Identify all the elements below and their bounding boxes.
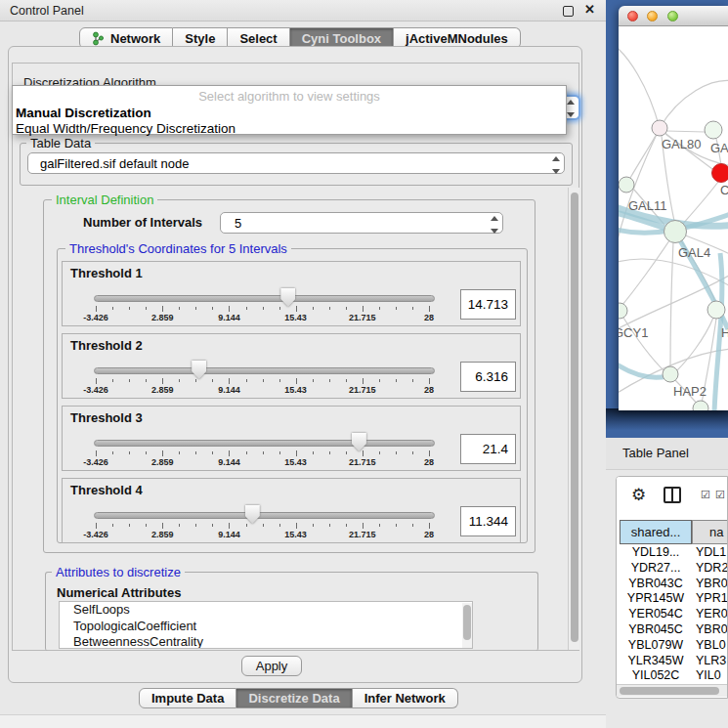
tick-mark [263, 307, 264, 310]
settings-scrollbar[interactable] [568, 188, 579, 650]
attribute-item[interactable]: SelfLoops [60, 602, 472, 619]
column-header[interactable]: shared... [620, 520, 692, 544]
number-of-intervals-combobox[interactable]: 5 [220, 212, 503, 234]
tick-mark [129, 379, 130, 382]
tick-mark [279, 524, 280, 527]
column-header[interactable]: na [692, 520, 728, 544]
tick-mark [346, 379, 347, 382]
table-rows: YDL19...YDL1YDR27...YDR2YBR043CYBR0YPR14… [617, 545, 728, 684]
cell-shared-name: YDR27... [620, 561, 692, 575]
tick-mark [112, 379, 113, 382]
threshold-value-field[interactable]: 11.344 [460, 506, 516, 536]
gear-icon[interactable]: ⚙ [631, 485, 646, 505]
right-side: GAL80GACGAL11GAL4GCY1HHAP2 Table Panel ⚙… [606, 0, 728, 728]
network-node[interactable] [707, 301, 725, 319]
checkbox-icon[interactable]: ☑ [715, 489, 725, 501]
close-traffic-light-icon[interactable] [627, 11, 638, 21]
attribute-item[interactable]: TopologicalCoefficient [60, 619, 472, 635]
tick-mark [146, 451, 147, 454]
network-node[interactable] [664, 221, 687, 243]
table-row[interactable]: YDR27...YDR2 [617, 561, 728, 577]
tick-mark [346, 524, 347, 527]
control-panel-titlebar: Control Panel ✕ [0, 0, 606, 21]
tick-mark [263, 451, 264, 454]
cell-shared-name: YBR043C [620, 577, 692, 590]
network-node[interactable] [712, 164, 728, 183]
attribute-item[interactable]: BetweennessCentrality [60, 634, 472, 649]
float-window-icon[interactable] [563, 6, 574, 17]
algorithm-option[interactable]: Manual Discretization [16, 106, 151, 120]
tick-label: 15.43 [267, 457, 325, 467]
checkbox-icon[interactable]: ☑ [701, 489, 710, 501]
node-label: GA [710, 141, 728, 155]
tick-label: 21.715 [333, 313, 392, 322]
table-header-row: shared...na [617, 520, 728, 544]
network-node[interactable] [705, 121, 722, 139]
table-row[interactable]: YPR145WYPR1 [617, 591, 728, 607]
numerical-attributes-list[interactable]: SelfLoopsTopologicalCoefficientBetweenne… [59, 601, 473, 649]
table-row[interactable]: YDL19...YDL1 [617, 545, 728, 561]
tick-mark [162, 450, 163, 456]
cell-shared-name: YBL079W [620, 638, 692, 652]
threshold-slider-track[interactable] [94, 440, 435, 447]
network-node[interactable] [619, 177, 634, 193]
dropdown-prompt: Select algorithm to view settings [13, 89, 566, 104]
network-node[interactable] [652, 120, 667, 136]
threshold-panel: Threshold 2-3.4262.8599.14415.4321.71528… [62, 333, 521, 399]
network-node[interactable] [619, 303, 627, 319]
threshold-slider-track[interactable] [94, 295, 435, 302]
table-data-combobox[interactable]: galFiltered.sif default node [27, 152, 565, 174]
window-shadow [606, 408, 728, 438]
number-of-intervals-value: 5 [235, 216, 241, 231]
network-window-titlebar[interactable] [619, 6, 728, 26]
split-columns-icon[interactable] [664, 487, 681, 503]
bottom-tab-infer-network[interactable]: Infer Network [353, 688, 458, 708]
cell-name: YBL0 [696, 638, 728, 652]
slider-thumb[interactable] [352, 433, 366, 451]
table-row[interactable]: YIL052CYIL0 [617, 668, 728, 684]
cell-name: YDR2 [696, 561, 728, 575]
threshold-value-field[interactable]: 14.713 [460, 289, 516, 320]
table-toolbar: ⚙ ☑ ☑ [617, 477, 728, 518]
table-horizontal-scrollbar[interactable] [617, 684, 728, 697]
close-icon[interactable]: ✕ [584, 2, 595, 17]
numerical-attributes-heading: Numerical Attributes [57, 585, 181, 600]
tick-label: 15.43 [267, 313, 325, 322]
slider-thumb[interactable] [280, 288, 295, 307]
minimize-traffic-light-icon[interactable] [647, 11, 658, 21]
threshold-label: Threshold 3 [70, 410, 143, 425]
network-node[interactable] [663, 366, 678, 382]
zoom-traffic-light-icon[interactable] [667, 11, 678, 21]
tick-mark [412, 379, 413, 382]
combo-stepper-icon [550, 156, 561, 174]
slider-thumb[interactable] [245, 505, 260, 524]
tick-mark [212, 524, 213, 527]
node-label: GAL11 [628, 198, 667, 213]
threshold-panel: Threshold 1-3.4262.8599.14415.4321.71528… [62, 261, 521, 326]
threshold-value-field[interactable]: 21.4 [460, 434, 516, 464]
algorithm-option[interactable]: Equal Width/Frequency Discretization [16, 121, 236, 136]
network-view-canvas[interactable]: GAL80GACGAL11GAL4GCY1HHAP2 [619, 26, 728, 410]
tick-mark [329, 379, 330, 382]
tick-mark [379, 524, 380, 527]
table-row[interactable]: YBR045CYBR0 [617, 622, 728, 638]
threshold-slider-track[interactable] [94, 367, 435, 374]
tick-label: -3.426 [66, 457, 125, 467]
table-row[interactable]: YBR043CYBR0 [617, 577, 728, 592]
threshold-slider-track[interactable] [94, 512, 435, 519]
network-edge [619, 259, 728, 288]
apply-button[interactable]: Apply [241, 656, 302, 676]
tick-mark [212, 379, 213, 382]
attributes-scrollbar[interactable] [462, 603, 472, 649]
bottom-tab-discretize-data[interactable]: Discretize Data [236, 688, 352, 708]
slider-thumb[interactable] [192, 361, 206, 379]
tick-label: -3.426 [66, 313, 125, 322]
tick-mark [279, 307, 280, 310]
tick-label: 2.859 [133, 457, 192, 467]
bottom-tab-impute-data[interactable]: Impute Data [139, 688, 236, 708]
panel-title: Control Panel [10, 4, 84, 18]
table-row[interactable]: YLR345WYLR3 [617, 654, 728, 669]
table-row[interactable]: YBL079WYBL0 [617, 638, 728, 654]
threshold-value-field[interactable]: 6.316 [460, 362, 516, 392]
table-row[interactable]: YER054CYER0 [617, 607, 728, 622]
